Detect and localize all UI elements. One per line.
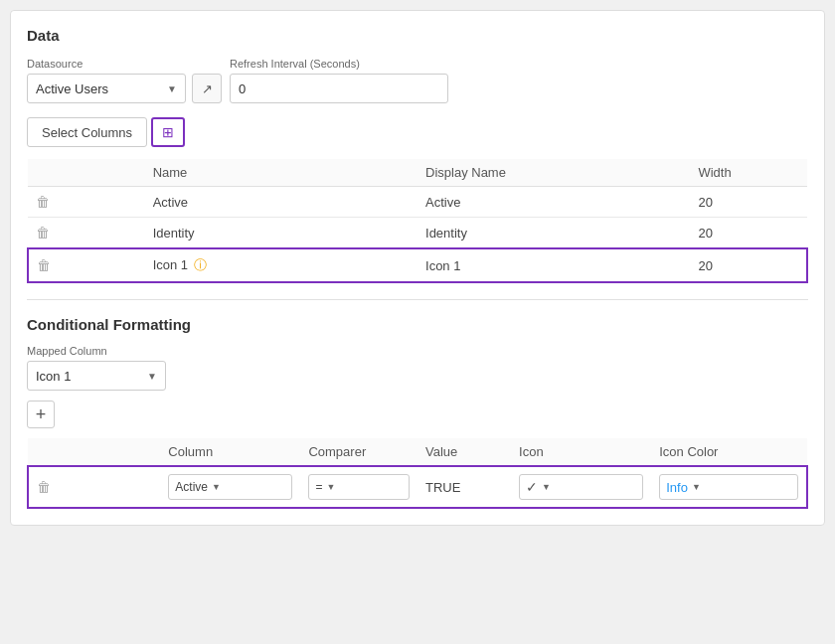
data-section-title: Data bbox=[27, 27, 808, 44]
cond-column-select[interactable]: Active▼ bbox=[168, 474, 292, 500]
refresh-label: Refresh Interval (Seconds) bbox=[230, 58, 448, 70]
datasource-external-link-button[interactable]: ↗ bbox=[192, 74, 222, 103]
delete-icon[interactable]: 🗑 bbox=[36, 225, 50, 241]
info-icon: ⓘ bbox=[194, 257, 207, 272]
datasource-value: Active Users bbox=[36, 81, 161, 96]
cond-iconcolor-select[interactable]: Info▼ bbox=[659, 474, 798, 500]
col-header-delete bbox=[28, 159, 145, 187]
col-header-width: Width bbox=[690, 159, 807, 187]
plus-icon: + bbox=[36, 404, 47, 425]
col-display-cell: Identity bbox=[418, 218, 690, 249]
table-row[interactable]: 🗑Icon 1ⓘIcon 120 bbox=[28, 248, 807, 282]
col-name-cell: Identity bbox=[145, 218, 418, 249]
col-header-display: Display Name bbox=[418, 159, 690, 187]
cond-col-header-comparer: Comparer bbox=[300, 438, 418, 466]
cond-column-value: Active bbox=[175, 480, 208, 494]
mapped-col-select[interactable]: Icon 1 ▼ bbox=[27, 361, 166, 391]
datasource-dropdown-arrow: ▼ bbox=[167, 83, 177, 94]
columns-table: Name Display Name Width 🗑ActiveActive20🗑… bbox=[27, 159, 808, 283]
col-width-cell: 20 bbox=[690, 248, 807, 282]
datasource-field-group: Datasource Active Users ▼ ↗ bbox=[27, 58, 222, 103]
main-container: Data Datasource Active Users ▼ ↗ Refresh… bbox=[10, 10, 825, 526]
cond-iconcolor-value: Info bbox=[666, 480, 688, 495]
cond-col-header-column: Column bbox=[160, 438, 300, 466]
cond-table-row[interactable]: 🗑Active▼=▼TRUE✓▼Info▼ bbox=[28, 466, 807, 508]
cond-comparer-select[interactable]: =▼ bbox=[308, 474, 410, 500]
cond-col-header-delete bbox=[28, 438, 160, 466]
datasource-label: Datasource bbox=[27, 58, 222, 70]
mapped-col-value: Icon 1 bbox=[36, 369, 141, 384]
col-display-cell: Icon 1 bbox=[418, 248, 690, 282]
cond-column-arrow: ▼ bbox=[212, 482, 221, 492]
cond-section-title: Conditional Formatting bbox=[27, 316, 808, 333]
cond-value-cell: TRUE bbox=[418, 466, 511, 508]
cond-col-header-iconcolor: Icon Color bbox=[651, 438, 807, 466]
toolbar-row: Select Columns ⊞ bbox=[27, 117, 808, 147]
cond-col-header-icon: Icon bbox=[511, 438, 651, 466]
cond-table: Column Comparer Value Icon Icon Color 🗑A… bbox=[27, 438, 808, 509]
col-name-cell: Active bbox=[145, 187, 418, 218]
cond-iconcolor-arrow: ▼ bbox=[692, 482, 701, 492]
col-display-cell: Active bbox=[418, 187, 690, 218]
cond-icon-value: ✓ bbox=[526, 479, 538, 495]
delete-icon[interactable]: 🗑 bbox=[36, 194, 50, 210]
external-link-icon: ↗ bbox=[202, 81, 213, 96]
delete-icon[interactable]: 🗑 bbox=[37, 257, 51, 273]
col-header-name: Name bbox=[145, 159, 418, 187]
select-columns-button[interactable]: Select Columns bbox=[27, 117, 147, 147]
cond-icon-select[interactable]: ✓▼ bbox=[519, 474, 643, 500]
datasource-select[interactable]: Active Users ▼ bbox=[27, 74, 186, 103]
mapped-col-label: Mapped Column bbox=[27, 345, 808, 357]
cond-iconcolor-cell: Info▼ bbox=[651, 466, 807, 508]
refresh-input[interactable] bbox=[230, 74, 448, 103]
cond-delete-icon[interactable]: 🗑 bbox=[37, 479, 51, 495]
cond-comparer-cell: =▼ bbox=[300, 466, 418, 508]
cond-col-header-value: Value bbox=[418, 438, 511, 466]
cond-icon-cell: ✓▼ bbox=[511, 466, 651, 508]
cond-column-cell: Active▼ bbox=[160, 466, 300, 508]
col-width-cell: 20 bbox=[690, 187, 807, 218]
cond-comparer-arrow: ▼ bbox=[326, 482, 335, 492]
refresh-field-group: Refresh Interval (Seconds) bbox=[230, 58, 448, 103]
cond-icon-arrow: ▼ bbox=[542, 482, 551, 492]
table-row[interactable]: 🗑IdentityIdentity20 bbox=[28, 218, 807, 249]
mapped-col-arrow: ▼ bbox=[147, 371, 157, 382]
col-name-cell: Icon 1ⓘ bbox=[145, 248, 418, 282]
image-icon-button[interactable]: ⊞ bbox=[151, 117, 185, 147]
image-icon: ⊞ bbox=[162, 124, 174, 140]
section-divider bbox=[27, 299, 808, 300]
table-row[interactable]: 🗑ActiveActive20 bbox=[28, 187, 807, 218]
add-condition-button[interactable]: + bbox=[27, 401, 55, 428]
datasource-row: Datasource Active Users ▼ ↗ Refresh Inte… bbox=[27, 58, 808, 103]
col-width-cell: 20 bbox=[690, 218, 807, 249]
cond-comparer-value: = bbox=[315, 480, 322, 494]
